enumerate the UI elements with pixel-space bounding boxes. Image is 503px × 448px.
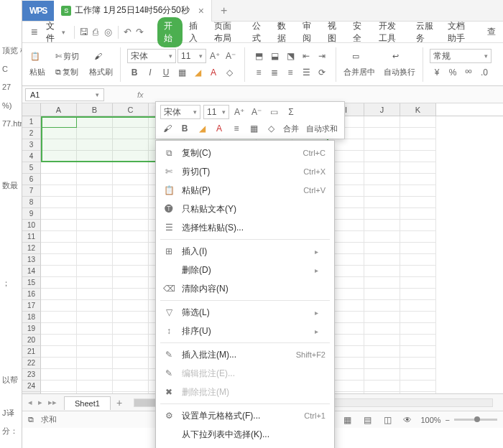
- mini-merge-button[interactable]: 合并: [281, 122, 301, 136]
- cell[interactable]: [364, 139, 400, 151]
- cell[interactable]: [77, 162, 113, 174]
- cell[interactable]: [41, 139, 77, 151]
- cell[interactable]: [41, 197, 77, 208]
- decimal-icon[interactable]: .0: [477, 65, 492, 80]
- cell[interactable]: [364, 220, 400, 231]
- view-normal-icon[interactable]: ▦: [340, 413, 354, 427]
- undo-icon[interactable]: ↶: [122, 26, 133, 39]
- cell[interactable]: [113, 335, 149, 346]
- cell[interactable]: [364, 369, 400, 381]
- align-bottom-icon[interactable]: ⬔: [283, 49, 297, 63]
- tab-insert[interactable]: 插入: [183, 17, 208, 47]
- cell[interactable]: [364, 128, 400, 139]
- cell[interactable]: [41, 116, 77, 128]
- tab-data[interactable]: 数据: [271, 17, 296, 47]
- row-header[interactable]: 11: [22, 231, 41, 243]
- search-button[interactable]: 查: [480, 26, 503, 38]
- cell[interactable]: [400, 116, 436, 128]
- cell[interactable]: [364, 346, 400, 358]
- cell[interactable]: [113, 231, 149, 243]
- cell[interactable]: [364, 185, 400, 197]
- mini-font-name[interactable]: 宋体▾: [160, 105, 200, 119]
- cell[interactable]: [77, 116, 113, 128]
- row-header[interactable]: 1: [22, 116, 41, 128]
- cell[interactable]: [41, 185, 77, 197]
- row-header[interactable]: 3: [22, 139, 41, 151]
- cell[interactable]: [77, 335, 113, 346]
- row-header[interactable]: 9: [22, 208, 41, 220]
- mini-increase-font-icon[interactable]: A⁺: [232, 105, 246, 119]
- tab-formula[interactable]: 公式: [246, 17, 271, 47]
- cell[interactable]: [77, 346, 113, 358]
- cell[interactable]: [113, 220, 149, 231]
- ctx-剪切T[interactable]: ✄剪切(T)Ctrl+X: [156, 162, 334, 181]
- fx-label[interactable]: fx: [137, 90, 144, 99]
- cell[interactable]: [41, 151, 77, 162]
- row-header[interactable]: 10: [22, 220, 41, 231]
- align-right-icon[interactable]: ≡: [283, 65, 297, 80]
- ctx-从下拉列表中选择K[interactable]: 从下拉列表中选择(K)...: [156, 425, 334, 444]
- cell[interactable]: [41, 231, 77, 243]
- font-size-combo[interactable]: 11▾: [177, 49, 206, 63]
- col-header-C[interactable]: C: [113, 103, 149, 116]
- cell[interactable]: [364, 162, 400, 174]
- row-header[interactable]: 13: [22, 254, 41, 266]
- wrap-text-button[interactable]: ↩ 自动换行: [381, 50, 418, 79]
- row-header[interactable]: 15: [22, 277, 41, 289]
- row-header[interactable]: 17: [22, 300, 41, 312]
- cell[interactable]: [41, 392, 77, 393]
- cell[interactable]: [113, 392, 149, 393]
- cell[interactable]: [113, 266, 149, 277]
- row-header[interactable]: 25: [22, 392, 41, 393]
- mini-format-painter-icon[interactable]: 🖌: [160, 121, 175, 136]
- cell[interactable]: [77, 254, 113, 266]
- cell[interactable]: [364, 254, 400, 266]
- cell[interactable]: [400, 346, 436, 358]
- ctx-设置单元格格式F[interactable]: ⚙设置单元格格式(F)...Ctrl+1: [156, 406, 334, 425]
- cell[interactable]: [113, 139, 149, 151]
- cell[interactable]: [41, 369, 77, 381]
- cell[interactable]: [77, 312, 113, 323]
- cell[interactable]: [364, 208, 400, 220]
- font-color-button[interactable]: A: [206, 65, 221, 80]
- cell[interactable]: [113, 381, 149, 392]
- cell[interactable]: [113, 312, 149, 323]
- cell[interactable]: [41, 174, 77, 185]
- cell[interactable]: [77, 243, 113, 254]
- name-box[interactable]: A1▾: [25, 88, 104, 101]
- tab-home[interactable]: 开始: [157, 17, 183, 47]
- ctx-清除内容N[interactable]: ⌫清除内容(N): [156, 279, 334, 298]
- mini-merge-icon[interactable]: ▭: [267, 105, 281, 119]
- select-all-corner[interactable]: [22, 103, 41, 116]
- cell[interactable]: [41, 358, 77, 369]
- cell[interactable]: [41, 381, 77, 392]
- cell[interactable]: [113, 116, 149, 128]
- font-name-combo[interactable]: 宋体▾: [127, 49, 176, 63]
- sheet-options-icon[interactable]: ⧉: [28, 415, 34, 424]
- file-menu[interactable]: 文件: [42, 20, 69, 45]
- ctx-只粘贴文本Y[interactable]: 🅣只粘贴文本(Y): [156, 200, 334, 218]
- mini-fill-icon[interactable]: ◢: [195, 121, 209, 136]
- cell[interactable]: [77, 220, 113, 231]
- cell[interactable]: [41, 346, 77, 358]
- cell[interactable]: [364, 197, 400, 208]
- cell[interactable]: [77, 139, 113, 151]
- row-header[interactable]: 12: [22, 243, 41, 254]
- cell[interactable]: [77, 289, 113, 300]
- cell[interactable]: [77, 174, 113, 185]
- cell[interactable]: [77, 358, 113, 369]
- ctx-选择性粘贴S[interactable]: ☰选择性粘贴(S)...: [156, 218, 334, 237]
- cell[interactable]: [400, 266, 436, 277]
- cell[interactable]: [77, 197, 113, 208]
- cell[interactable]: [400, 289, 436, 300]
- cell[interactable]: [77, 369, 113, 381]
- paste-button[interactable]: 📋 粘贴: [27, 50, 48, 79]
- cell[interactable]: [400, 392, 436, 393]
- cell[interactable]: [400, 220, 436, 231]
- col-header-J[interactable]: J: [364, 103, 400, 116]
- cell[interactable]: [41, 323, 77, 335]
- preview-icon[interactable]: ◎: [103, 26, 114, 39]
- cell[interactable]: [77, 381, 113, 392]
- cell[interactable]: [400, 323, 436, 335]
- cell[interactable]: [113, 151, 149, 162]
